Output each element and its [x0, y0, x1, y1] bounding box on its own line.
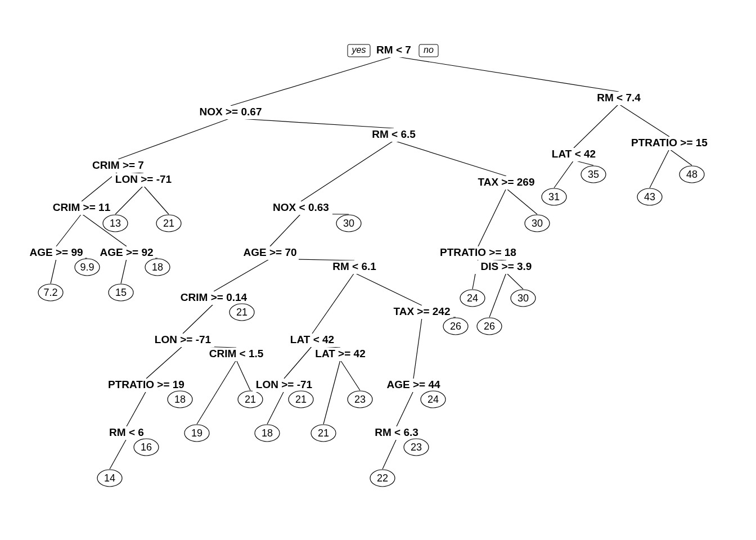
leaf-value: 13	[110, 218, 121, 229]
tree-edge	[214, 259, 270, 291]
tree-edge	[650, 149, 669, 188]
leaf-value: 18	[262, 428, 273, 439]
tree-edge	[51, 259, 56, 284]
leaf-value: 18	[152, 262, 163, 273]
split-node: LON >= -71	[115, 173, 172, 185]
leaf-value: 21	[318, 428, 329, 439]
leaf-value: 30	[532, 218, 543, 229]
tree-edge	[301, 141, 394, 201]
leaf-value: 7.2	[43, 287, 57, 298]
split-node: AGE >= 44	[386, 379, 440, 390]
tree-edge	[118, 118, 231, 159]
split-node: LAT < 42	[290, 334, 334, 345]
split-node: CRIM >= 7	[92, 159, 144, 171]
leaf-value: 9.9	[80, 262, 94, 273]
tree-edge	[267, 391, 284, 424]
tree-edge	[143, 186, 169, 214]
leaf-value: 30	[343, 218, 354, 229]
split-node: DIS >= 3.9	[481, 260, 532, 272]
split-node: AGE >= 99	[29, 246, 83, 258]
leaf-value: 26	[484, 321, 495, 332]
tree-edge	[382, 439, 397, 469]
leaf-value: 35	[588, 169, 599, 180]
tree-edge	[340, 360, 360, 390]
tree-edge	[56, 214, 82, 246]
tree-edge	[323, 360, 340, 424]
split-node: RM < 6	[109, 426, 144, 438]
leaf-value: 21	[295, 394, 307, 405]
tree-edge	[115, 186, 143, 214]
split-node: RM < 7.4	[597, 92, 641, 104]
tree-edge	[284, 346, 312, 379]
leaf-value: 48	[686, 169, 698, 180]
split-node: RM < 7	[376, 44, 411, 56]
tree-edge	[146, 346, 183, 379]
leaf-value: 23	[411, 442, 422, 453]
leaf-value: 24	[467, 292, 478, 304]
split-node: LON >= -71	[155, 334, 212, 345]
split-node: RM < 6.5	[372, 128, 416, 140]
leaf-value: 19	[191, 428, 202, 439]
tree-edge	[121, 259, 127, 284]
yes-label: yes	[352, 45, 366, 55]
tree-edge	[231, 56, 394, 106]
leaf-value: 26	[450, 321, 461, 332]
tree-edge	[127, 391, 146, 426]
split-node: TAX >= 269	[478, 176, 534, 188]
tree-edge	[236, 360, 250, 390]
tree-edge	[574, 104, 619, 148]
tree-edge	[354, 273, 422, 305]
leaf-value: 14	[104, 472, 115, 484]
tree-edge	[110, 439, 127, 469]
tree-edge	[183, 304, 214, 334]
decision-tree: RM < 7NOX >= 0.67CRIM >= 7CRIM >= 11AGE …	[0, 0, 756, 540]
tree-edge	[394, 56, 619, 92]
leaf-value: 30	[518, 292, 529, 304]
leaf-value: 15	[115, 287, 127, 298]
leaf-value: 31	[548, 191, 560, 202]
tree-edge	[413, 318, 422, 379]
leaf-value: 18	[174, 394, 186, 405]
leaf-value: 21	[163, 218, 174, 229]
split-node: NOX >= 0.67	[200, 106, 262, 118]
split-node: PTRATIO >= 15	[631, 137, 708, 148]
split-node: NOX < 0.63	[273, 201, 329, 213]
split-node: CRIM >= 11	[53, 201, 111, 213]
leaf-value: 22	[377, 472, 388, 484]
tree-edge	[669, 149, 692, 165]
leaf-value: 23	[354, 394, 366, 405]
split-node: TAX >= 242	[393, 305, 450, 317]
split-node: PTRATIO >= 19	[108, 379, 184, 390]
tree-edge	[506, 188, 537, 214]
tree-edge	[478, 188, 506, 246]
tree-edge	[231, 118, 394, 128]
leaf-value: 16	[141, 442, 152, 453]
tree-edge	[506, 273, 523, 289]
leaf-value: 24	[428, 394, 439, 405]
split-node: PTRATIO >= 18	[440, 246, 516, 258]
split-node: AGE >= 70	[243, 246, 296, 258]
split-node: AGE >= 92	[100, 246, 153, 258]
split-node: CRIM >= 0.14	[181, 291, 248, 303]
split-node: LON >= -71	[256, 379, 313, 390]
split-node: RM < 6.1	[332, 260, 376, 272]
tree-edge	[619, 104, 669, 137]
no-label: no	[424, 45, 434, 55]
split-node: RM < 6.3	[375, 426, 418, 438]
tree-edge	[489, 273, 506, 317]
leaf-value: 21	[236, 307, 248, 318]
tree-edge	[397, 391, 413, 426]
tree-edge	[197, 360, 236, 424]
tree-edge	[270, 214, 301, 246]
leaf-value: 43	[644, 191, 655, 202]
tree-edge	[394, 141, 506, 176]
split-node: LAT < 42	[552, 148, 596, 160]
tree-edge	[312, 273, 354, 334]
tree-edge	[554, 160, 574, 188]
split-node: LAT >= 42	[315, 348, 365, 359]
split-node: CRIM < 1.5	[209, 348, 264, 359]
leaf-value: 21	[245, 394, 256, 405]
